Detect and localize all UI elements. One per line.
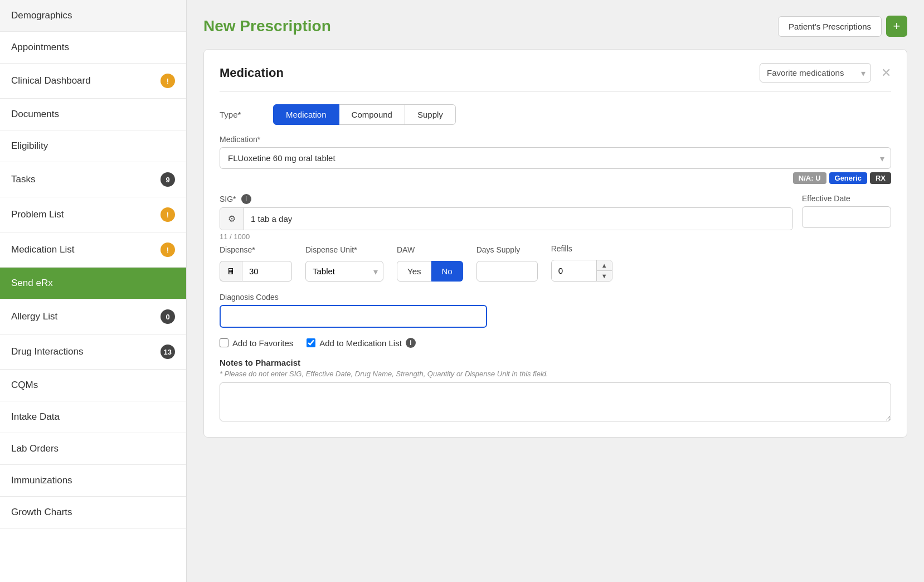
- add-to-medication-list-checkbox[interactable]: [307, 338, 315, 347]
- sidebar-item-label-allergy-list: Allergy List: [11, 311, 57, 322]
- type-supply-button[interactable]: Supply: [405, 104, 456, 125]
- sidebar-item-growth-charts[interactable]: Growth Charts: [0, 497, 186, 528]
- notes-textarea[interactable]: [220, 382, 891, 421]
- badge-rx: RX: [870, 172, 891, 184]
- add-button[interactable]: +: [886, 16, 907, 37]
- daw-buttons: Yes No: [397, 261, 463, 282]
- main-content: New Prescription Patient's Prescriptions…: [187, 0, 924, 582]
- sidebar-badge-clinical-dashboard: !: [161, 74, 175, 88]
- badge-generic: Generic: [829, 172, 867, 184]
- badges-row: N/A: U Generic RX: [220, 172, 891, 184]
- sidebar-item-intake-data[interactable]: Intake Data: [0, 401, 186, 433]
- dispense-unit-field: Dispense Unit* TabletCapsulemL: [305, 245, 383, 282]
- sidebar-badge-allergy-list: 0: [161, 309, 175, 324]
- days-supply-field: Days Supply: [476, 245, 538, 282]
- add-to-medication-list-label[interactable]: Add to Medication List i: [307, 338, 416, 348]
- refills-field: Refills ▲ ▼: [551, 244, 612, 282]
- favorite-select-group: Favorite medications ✕: [760, 63, 891, 83]
- type-buttons: Medication Compound Supply: [273, 104, 456, 125]
- sig-input-row: ⚙: [220, 207, 793, 230]
- sig-effective-row: SIG* i ⚙ 11 / 1000 Effective Date: [220, 194, 891, 241]
- daw-yes-button[interactable]: Yes: [397, 261, 431, 282]
- sig-info-icon[interactable]: i: [241, 194, 251, 204]
- daw-no-button[interactable]: No: [431, 261, 463, 282]
- effective-date-input[interactable]: [802, 206, 891, 228]
- type-label: Type*: [220, 104, 264, 119]
- type-medication-button[interactable]: Medication: [273, 104, 339, 125]
- sidebar-item-label-intake-data: Intake Data: [11, 411, 60, 423]
- notes-section: Notes to Pharmacist * Please do not ente…: [220, 358, 891, 424]
- dispense-row: Dispense* 🖩 Dispense Unit* TabletCapsule…: [220, 244, 891, 282]
- dispense-calc-button[interactable]: 🖩: [220, 261, 242, 282]
- diagnosis-codes-input[interactable]: [220, 305, 487, 328]
- sidebar-item-medication-list[interactable]: Medication List!: [0, 232, 186, 268]
- close-button[interactable]: ✕: [881, 66, 891, 80]
- sig-counter: 11 / 1000: [220, 232, 793, 241]
- dispense-input-row: 🖩: [220, 261, 292, 282]
- type-compound-button[interactable]: Compound: [339, 104, 405, 125]
- medication-input[interactable]: [220, 147, 891, 169]
- page-header: New Prescription Patient's Prescriptions…: [203, 16, 907, 37]
- sidebar-item-drug-interactions[interactable]: Drug Interactions13: [0, 334, 186, 370]
- dispense-unit-wrapper: TabletCapsulemL: [305, 261, 383, 282]
- medication-dropdown-arrow: ▾: [880, 153, 884, 163]
- sidebar-item-appointments[interactable]: Appointments: [0, 32, 186, 64]
- sidebar-item-immunizations[interactable]: Immunizations: [0, 465, 186, 497]
- badge-na-u: N/A: U: [793, 172, 826, 184]
- medication-label: Medication*: [220, 135, 891, 144]
- sidebar-item-label-appointments: Appointments: [11, 42, 69, 53]
- medication-input-wrapper: ▾: [220, 147, 891, 169]
- add-to-medication-list-text: Add to Medication List: [319, 338, 402, 348]
- sidebar-item-problem-list[interactable]: Problem List!: [0, 197, 186, 232]
- prescription-card: Medication Favorite medications ✕ Type* …: [203, 49, 907, 438]
- sidebar-item-label-cqms: CQMs: [11, 380, 38, 391]
- add-to-favorites-checkbox[interactable]: [220, 338, 228, 347]
- notes-label: Notes to Pharmacist: [220, 358, 891, 367]
- refills-input[interactable]: [552, 261, 596, 280]
- sidebar-item-allergy-list[interactable]: Allergy List0: [0, 299, 186, 334]
- favorite-medications-select[interactable]: Favorite medications: [760, 63, 871, 83]
- favorite-medications-wrapper: Favorite medications: [760, 63, 871, 83]
- refills-spinners: ▲ ▼: [596, 260, 612, 281]
- page-title: New Prescription: [203, 17, 331, 35]
- refills-increment-button[interactable]: ▲: [597, 260, 612, 271]
- sidebar-item-label-growth-charts: Growth Charts: [11, 507, 72, 518]
- sidebar-item-send-erx[interactable]: Send eRx: [0, 268, 186, 299]
- sig-input[interactable]: [244, 208, 792, 229]
- sig-gear-button[interactable]: ⚙: [220, 208, 244, 230]
- days-supply-input[interactable]: [476, 261, 538, 282]
- sidebar-item-lab-orders[interactable]: Lab Orders: [0, 433, 186, 465]
- sidebar-badge-medication-list: !: [161, 243, 175, 257]
- daw-label: DAW: [397, 245, 463, 254]
- patient-prescriptions-button[interactable]: Patient's Prescriptions: [778, 16, 882, 37]
- sidebar-item-label-demographics: Demographics: [11, 10, 72, 21]
- dispense-unit-select[interactable]: TabletCapsulemL: [305, 261, 383, 282]
- sidebar-item-demographics[interactable]: Demographics: [0, 0, 186, 32]
- card-title: Medication: [220, 66, 284, 80]
- effective-date-label: Effective Date: [802, 194, 891, 203]
- dispense-input[interactable]: [242, 261, 292, 282]
- diagnosis-codes-label: Diagnosis Codes: [220, 293, 891, 302]
- sidebar-badge-drug-interactions: 13: [161, 345, 175, 359]
- sidebar-item-label-send-erx: Send eRx: [11, 278, 53, 289]
- sig-label: SIG* i: [220, 194, 793, 204]
- sidebar-item-eligibility[interactable]: Eligibility: [0, 130, 186, 162]
- add-to-favorites-label[interactable]: Add to Favorites: [220, 338, 293, 348]
- medication-list-info-icon[interactable]: i: [406, 338, 416, 348]
- sidebar-item-tasks[interactable]: Tasks9: [0, 162, 186, 197]
- notes-hint: * Please do not enter SIG, Effective Dat…: [220, 370, 891, 378]
- header-actions: Patient's Prescriptions +: [778, 16, 907, 37]
- type-row: Type* Medication Compound Supply: [220, 104, 891, 125]
- refills-decrement-button[interactable]: ▼: [597, 271, 612, 281]
- refills-wrapper: ▲ ▼: [551, 260, 612, 282]
- checkboxes-row: Add to Favorites Add to Medication List …: [220, 338, 891, 348]
- sidebar-item-documents[interactable]: Documents: [0, 99, 186, 130]
- sidebar-item-label-drug-interactions: Drug Interactions: [11, 346, 83, 357]
- refills-label: Refills: [551, 244, 612, 253]
- sidebar-item-label-clinical-dashboard: Clinical Dashboard: [11, 75, 91, 86]
- sidebar-item-cqms[interactable]: CQMs: [0, 370, 186, 401]
- card-header: Medication Favorite medications ✕: [220, 63, 891, 92]
- sidebar: DemographicsAppointmentsClinical Dashboa…: [0, 0, 187, 582]
- sidebar-item-clinical-dashboard[interactable]: Clinical Dashboard!: [0, 64, 186, 99]
- medication-field-section: Medication* ▾ N/A: U Generic RX: [220, 135, 891, 184]
